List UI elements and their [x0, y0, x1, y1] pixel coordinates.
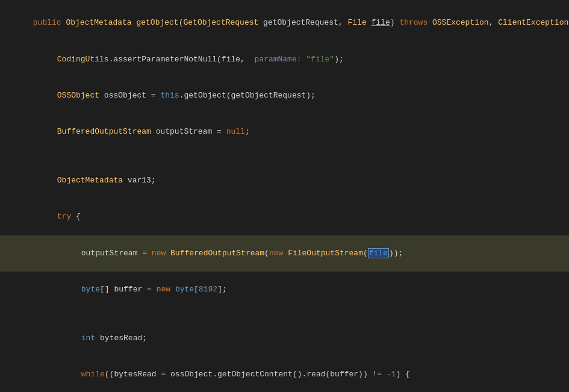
code-line-empty1 — [0, 151, 569, 163]
file-highlight: file — [368, 248, 389, 258]
code-line-12: while((bytesRead = ossObject.getObjectCo… — [0, 356, 569, 392]
method-getobject: getObject — [136, 18, 178, 27]
code-line-9: byte[] buffer = new byte[8192]; — [0, 272, 569, 308]
code-line-empty2 — [0, 308, 569, 320]
code-line-7: try { — [0, 199, 569, 235]
code-line-3: OSSObject ossObject = this.getObject(get… — [0, 78, 569, 114]
type-objectmetadata: ObjectMetadata — [66, 18, 136, 27]
code-line-1: public ObjectMetadata getObject(GetObjec… — [0, 5, 569, 41]
keyword-public: public — [33, 18, 66, 27]
code-line-4: BufferedOutputStream outputStream = null… — [0, 114, 569, 150]
code-line-6: ObjectMetadata var13; — [0, 163, 569, 199]
code-line-11: int bytesRead; — [0, 320, 569, 356]
code-line-2: CodingUtils.assertParameterNotNull(file,… — [0, 41, 569, 77]
code-line-8: outputStream = new BufferedOutputStream(… — [0, 235, 569, 272]
code-container: public ObjectMetadata getObject(GetObjec… — [0, 0, 569, 392]
